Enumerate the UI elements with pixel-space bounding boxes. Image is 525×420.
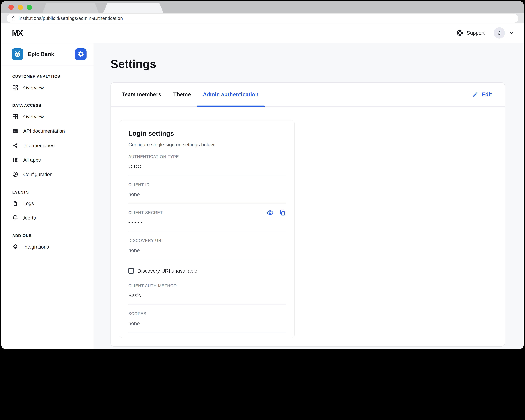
field-label: CLIENT SECRET	[128, 210, 163, 215]
browser-window: institutions/publicid/settings/admin-aut…	[1, 1, 524, 349]
checkbox-label: Discovery URI unavailable	[138, 268, 197, 274]
page-title: Settings	[111, 57, 524, 71]
discovery-uri-unavailable-checkbox[interactable]	[128, 268, 134, 274]
file-text-icon	[12, 200, 18, 206]
browser-tab-active[interactable]	[103, 3, 164, 13]
sidebar-nav: CUSTOMER ANALYTICS Overview DATA ACCESS	[1, 74, 94, 254]
dashboard-icon	[12, 85, 18, 91]
address-bar[interactable]: institutions/publicid/settings/admin-aut…	[7, 14, 518, 23]
share-icon	[12, 142, 18, 149]
field-label: SCOPES	[128, 311, 146, 316]
divider	[128, 175, 286, 176]
sidebar-item-configuration[interactable]: Configuration	[1, 167, 94, 182]
life-buoy-icon	[456, 29, 463, 37]
browser-tab-background[interactable]	[42, 3, 99, 13]
field-label: CLIENT ID	[128, 182, 150, 187]
field-value-discovery-uri: none	[128, 247, 286, 253]
pencil-icon	[472, 92, 478, 97]
field-label: AUTHENTICATION TYPE	[128, 154, 179, 159]
institution-settings-button[interactable]	[75, 48, 87, 60]
divider	[128, 332, 286, 333]
field-value-scopes: none	[128, 320, 286, 327]
edit-label: Edit	[482, 91, 492, 98]
field-label: DISCOVERY URI	[128, 238, 163, 243]
traffic-lights	[8, 5, 32, 10]
edit-button[interactable]: Edit	[472, 91, 492, 98]
wrench-icon	[12, 171, 18, 177]
sidebar: Epic Bank	[1, 43, 94, 349]
field-value-client-auth-method: Basic	[128, 292, 286, 299]
grid-icon	[12, 114, 18, 120]
settings-tabbar: Team members Theme Admin authentication …	[111, 83, 505, 107]
divider	[128, 259, 286, 260]
sidebar-section-label: ADD-ONS	[12, 233, 94, 238]
sidebar-item-alerts[interactable]: Alerts	[1, 211, 94, 225]
reveal-secret-eye-icon[interactable]	[266, 209, 274, 216]
minimize-button[interactable]	[18, 5, 23, 10]
bell-icon	[12, 215, 18, 221]
tab-admin-authentication[interactable]: Admin authentication	[197, 83, 265, 106]
workspace: Epic Bank	[1, 43, 524, 349]
divider	[128, 304, 286, 305]
sidebar-item-api-documentation[interactable]: API documentation	[1, 124, 94, 138]
divider	[128, 203, 286, 204]
avatar[interactable]: J	[494, 27, 505, 38]
copy-icon[interactable]	[279, 209, 286, 216]
chevron-down-icon[interactable]	[509, 30, 515, 36]
browser-url-row: institutions/publicid/settings/admin-aut…	[1, 13, 524, 23]
field-value-client-id: none	[128, 191, 286, 197]
layers-icon	[12, 244, 18, 250]
gear-icon	[77, 51, 84, 57]
sidebar-item-integrations[interactable]: Integrations	[1, 240, 94, 254]
field-value-client-secret: •••••	[128, 219, 286, 225]
card-title: Login settings	[128, 129, 286, 137]
field-value-authentication-type: OIDC	[128, 163, 286, 169]
divider	[128, 231, 286, 231]
institution-row: Epic Bank	[1, 43, 94, 66]
support-label: Support	[467, 30, 485, 36]
sidebar-section-label: EVENTS	[12, 190, 94, 195]
tab-team-members[interactable]: Team members	[116, 83, 167, 106]
sidebar-section-label: DATA ACCESS	[12, 103, 94, 108]
institution-name: Epic Bank	[28, 51, 70, 57]
discovery-uri-unavailable-row: Discovery URI unavailable	[128, 268, 286, 274]
app-header: MX Support J	[1, 23, 524, 43]
app: MX Support J	[1, 23, 524, 349]
sidebar-item-intermediaries[interactable]: Intermediaries	[1, 138, 94, 153]
terminal-icon	[12, 128, 18, 134]
sidebar-section-label: CUSTOMER ANALYTICS	[12, 74, 94, 79]
screen: institutions/publicid/settings/admin-aut…	[0, 0, 525, 352]
url-text: institutions/publicid/settings/admin-aut…	[19, 16, 123, 21]
zoom-button[interactable]	[27, 5, 32, 10]
sidebar-item-logs[interactable]: Logs	[1, 196, 94, 211]
main-content: Settings Team members Theme Admin authen…	[94, 43, 524, 349]
lock-icon	[11, 16, 16, 21]
support-button[interactable]: Support	[456, 29, 485, 37]
browser-titlebar	[1, 1, 524, 13]
sidebar-item-overview-analytics[interactable]: Overview	[1, 80, 94, 95]
sidebar-item-all-apps[interactable]: All apps	[1, 153, 94, 167]
login-settings-card: Login settings Configure single-sign on …	[120, 120, 295, 338]
field-label: CLIENT AUTH METHOD	[128, 283, 177, 288]
apps-icon	[12, 157, 18, 163]
settings-card: Team members Theme Admin authentication …	[111, 82, 505, 347]
card-subtitle: Configure single-sign on settings below.	[128, 142, 286, 148]
institution-logo-icon	[12, 48, 23, 60]
tab-theme[interactable]: Theme	[167, 83, 197, 106]
close-button[interactable]	[8, 5, 14, 10]
mx-logo: MX	[12, 28, 22, 37]
sidebar-item-overview-data[interactable]: Overview	[1, 109, 94, 124]
